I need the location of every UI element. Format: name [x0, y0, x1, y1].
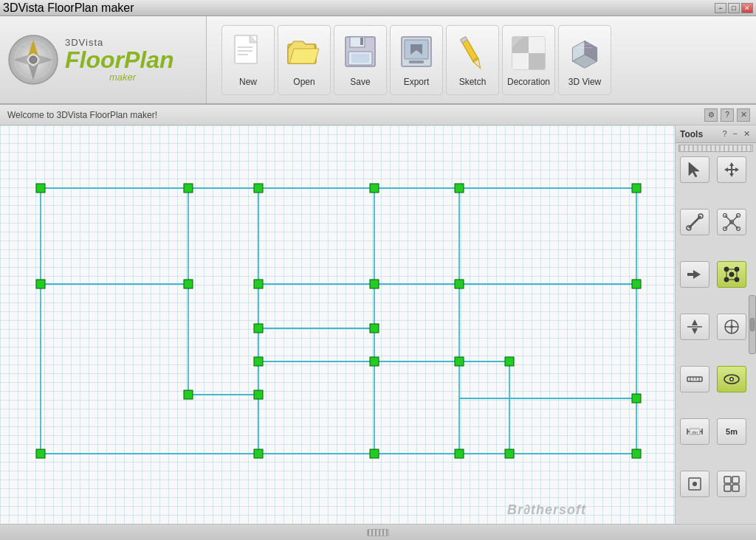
app-logo-icon: [7, 34, 59, 86]
logo-section: 3DVista FloorPlan maker: [0, 16, 207, 103]
door-window-tool-button[interactable]: [717, 314, 746, 340]
svg-rect-30: [529, 53, 545, 69]
split-tool-button[interactable]: [680, 314, 709, 340]
svg-rect-19: [351, 54, 369, 63]
maximize-button[interactable]: □: [728, 3, 740, 13]
floorplan-svg: [0, 125, 675, 524]
grid-tool-button[interactable]: [717, 471, 746, 497]
svg-rect-94: [687, 273, 693, 276]
svg-rect-79: [455, 449, 464, 458]
svg-rect-128: [732, 477, 739, 483]
svg-rect-65: [370, 280, 379, 288]
help-icon-button[interactable]: ?: [721, 108, 734, 122]
3dview-icon: [567, 33, 602, 74]
notification-bar: Welcome to 3DVista FloorPlan maker! ⚙ ? …: [0, 105, 756, 125]
statusbar-grip[interactable]: [367, 529, 389, 536]
svg-point-119: [731, 378, 733, 381]
toolbar: New Open: [207, 16, 756, 103]
svg-marker-106: [692, 319, 698, 325]
sketch-icon: [455, 33, 490, 74]
close-button[interactable]: ✕: [741, 3, 753, 13]
svg-rect-80: [505, 449, 514, 458]
new-label: New: [239, 77, 257, 87]
svg-rect-71: [370, 357, 379, 366]
new-icon: [230, 33, 266, 74]
svg-rect-75: [254, 390, 263, 399]
notification-message: Welcome to 3DVista FloorPlan maker!: [7, 110, 157, 120]
titlebar: 3DVista FloorPlan maker − □ ✕: [0, 0, 756, 16]
canvas-area[interactable]: Br∂thersoft: [0, 125, 675, 524]
tools-panel: Tools ? − ✕: [675, 125, 756, 524]
svg-rect-64: [254, 280, 263, 288]
svg-point-126: [693, 482, 697, 486]
svg-point-100: [729, 272, 734, 277]
3dview-button[interactable]: 3D View: [558, 25, 611, 95]
scale-tool-button[interactable]: 5m: [717, 418, 746, 445]
svg-rect-69: [370, 324, 379, 333]
edit-tool-button[interactable]: [717, 209, 746, 235]
svg-text:dim: dim: [692, 430, 698, 435]
svg-marker-82: [689, 162, 699, 177]
minimize-button[interactable]: −: [715, 3, 726, 13]
node-tool-button[interactable]: [717, 261, 746, 288]
svg-marker-95: [693, 270, 701, 279]
svg-rect-127: [724, 477, 731, 483]
status-bar: [0, 524, 756, 540]
tools-drag-handle[interactable]: [678, 145, 753, 152]
decoration-label: Decoration: [507, 77, 550, 87]
svg-rect-55: [36, 184, 45, 193]
export-button[interactable]: Export: [390, 25, 443, 95]
dimension-tool-button[interactable]: dim: [680, 418, 709, 445]
settings-icon-button[interactable]: ⚙: [704, 108, 718, 122]
notification-close-button[interactable]: ✕: [737, 108, 750, 122]
move-tool-button[interactable]: [717, 156, 746, 183]
titlebar-controls: − □ ✕: [715, 3, 753, 13]
svg-rect-129: [724, 485, 731, 491]
svg-rect-32: [512, 53, 529, 69]
tools-panel-scrollbar[interactable]: [749, 295, 756, 354]
notification-icons: ⚙ ?: [704, 108, 734, 122]
svg-rect-56: [184, 184, 193, 193]
sketch-button[interactable]: Sketch: [446, 25, 499, 95]
titlebar-title: 3DVista FloorPlan maker: [3, 1, 134, 15]
svg-rect-81: [632, 449, 641, 458]
svg-rect-31: [529, 37, 545, 53]
tools-minimize-button[interactable]: −: [732, 129, 739, 139]
svg-rect-63: [184, 280, 193, 288]
3dview-label: 3D View: [568, 77, 601, 87]
export-label: Export: [404, 77, 430, 87]
svg-rect-77: [254, 449, 263, 458]
svg-rect-58: [370, 184, 379, 193]
open-label: Open: [293, 77, 315, 87]
svg-rect-74: [184, 390, 193, 399]
svg-point-111: [730, 325, 733, 328]
svg-marker-107: [692, 328, 698, 334]
svg-rect-131: [750, 318, 755, 331]
open-icon: [286, 33, 322, 74]
save-button[interactable]: Save: [334, 25, 387, 95]
new-button[interactable]: New: [221, 25, 275, 95]
svg-rect-61: [36, 280, 45, 288]
svg-rect-66: [455, 280, 464, 288]
select-tool-button[interactable]: [680, 156, 709, 183]
decoration-button[interactable]: Decoration: [502, 25, 555, 95]
tools-help-button[interactable]: ?: [721, 129, 728, 139]
svg-rect-17: [360, 38, 363, 45]
origin-tool-button[interactable]: [680, 471, 709, 497]
logo-maker: maker: [109, 72, 174, 83]
svg-rect-57: [254, 184, 263, 193]
save-icon: [343, 33, 378, 74]
visibility-tool-button[interactable]: [717, 366, 746, 392]
measure-tool-button[interactable]: [680, 366, 709, 392]
svg-rect-112: [687, 377, 702, 381]
logo-text: 3DVista FloorPlan maker: [65, 37, 174, 83]
svg-marker-83: [724, 162, 739, 177]
tools-close-button[interactable]: ✕: [742, 129, 752, 139]
svg-rect-67: [632, 280, 641, 288]
push-tool-button[interactable]: [680, 261, 709, 288]
wall-tool-button[interactable]: [680, 209, 709, 235]
logo-floorplan: FloorPlan: [65, 48, 174, 72]
svg-point-6: [30, 56, 37, 63]
open-button[interactable]: Open: [278, 25, 331, 95]
svg-rect-59: [455, 184, 464, 193]
